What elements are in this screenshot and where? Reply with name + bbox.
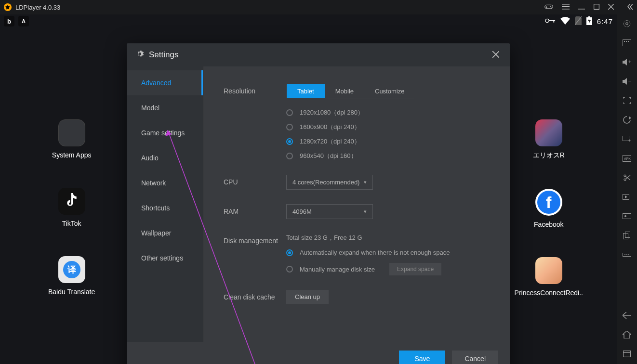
sidebar-item-label: Advanced — [141, 79, 171, 87]
resolution-option-960[interactable]: 960x540（dpi 160） — [286, 152, 491, 160]
settings-gear-icon[interactable] — [622, 19, 632, 28]
video-record-icon[interactable] — [622, 193, 632, 201]
svg-text:+: + — [628, 59, 631, 65]
svg-rect-44 — [623, 214, 631, 219]
app-label: PrincessConnectRedi.. — [515, 289, 583, 297]
svg-point-50 — [626, 254, 627, 255]
svg-rect-5 — [562, 4, 570, 5]
wifi-icon — [560, 17, 570, 26]
radio-icon — [286, 124, 293, 130]
window-title: LDPlayer 4.0.33 — [15, 4, 544, 11]
app-label: Baidu Translate — [48, 288, 95, 296]
save-button[interactable]: Save — [399, 351, 445, 364]
app-tiktok[interactable]: TikTok — [58, 188, 85, 227]
sidebar-item-label: Other settings — [141, 254, 183, 262]
gamepad-icon[interactable] — [544, 3, 553, 12]
resolution-option-1600[interactable]: 1600x900（dpi 240） — [286, 123, 491, 131]
vpn-key-icon — [545, 17, 556, 26]
recents-icon[interactable] — [622, 350, 632, 358]
operation-record-icon[interactable] — [622, 212, 632, 221]
app-system-apps[interactable]: System Apps — [52, 119, 92, 159]
svg-point-23 — [624, 20, 630, 27]
app-elios-r[interactable]: エリオスR — [533, 119, 565, 160]
emulator-top-strip: b A 6:47 — [0, 14, 617, 28]
svg-rect-2 — [546, 7, 547, 7]
more-icon[interactable] — [622, 250, 632, 259]
app-baidu-translate[interactable]: 译 Baidu Translate — [48, 256, 95, 296]
ram-label: RAM — [224, 204, 286, 219]
sidebar-item-network[interactable]: Network — [127, 170, 203, 195]
sync-icon[interactable] — [622, 116, 632, 124]
svg-rect-54 — [624, 351, 631, 357]
sidebar-item-game-settings[interactable]: Game settings — [127, 120, 203, 145]
titlebar: LDPlayer 4.0.33 — [0, 0, 637, 14]
tab-tablet[interactable]: Tablet — [287, 84, 325, 98]
ram-select[interactable]: 4096M▾ — [286, 204, 373, 219]
disk-note: Total size 23 G，Free 12 G — [286, 234, 491, 242]
app-princess-connect[interactable]: PrincessConnectRedi.. — [515, 257, 583, 297]
back-icon[interactable] — [622, 311, 632, 320]
svg-rect-8 — [578, 9, 585, 10]
resolution-label: Resolution — [224, 84, 286, 160]
chevron-down-icon: ▾ — [364, 208, 367, 215]
tab-mobile[interactable]: Mobile — [325, 84, 364, 98]
keyboard-lang-icon[interactable]: A — [18, 16, 29, 26]
sidebar-item-advanced[interactable]: Advanced — [127, 70, 203, 95]
svg-text:−: − — [628, 78, 631, 84]
disk-option-manual[interactable]: Manually manage disk sizeExpand space — [286, 263, 491, 275]
clean-cache-label: Clean disk cache — [224, 290, 286, 304]
svg-point-3 — [550, 6, 551, 7]
svg-rect-28 — [628, 41, 629, 42]
modal-title: Settings — [149, 50, 492, 60]
app-label: System Apps — [52, 151, 92, 159]
modal-close-button[interactable] — [492, 50, 499, 60]
svg-rect-26 — [624, 41, 625, 42]
multi-instance-icon[interactable]: + — [622, 135, 632, 143]
sidebar-item-other-settings[interactable]: Other settings — [127, 246, 203, 271]
modal-footer: Save Cancel — [127, 342, 510, 364]
scissors-icon[interactable] — [622, 173, 632, 182]
tab-customize[interactable]: Customize — [364, 84, 415, 98]
copy-icon[interactable] — [622, 231, 632, 240]
expand-space-button[interactable]: Expand space — [389, 263, 441, 275]
sidebar-item-model[interactable]: Model — [127, 95, 203, 120]
sidebar-item-audio[interactable]: Audio — [127, 145, 203, 170]
close-button[interactable] — [608, 3, 614, 11]
resolution-option-1280[interactable]: 1280x720（dpi 240） — [286, 137, 491, 146]
app-label: Facebook — [534, 221, 563, 228]
menu-icon[interactable] — [562, 3, 570, 11]
apk-install-icon[interactable]: APK — [622, 154, 632, 163]
resolution-option-1920[interactable]: 1920x1080（dpi 280） — [286, 108, 491, 117]
keyboard-map-icon[interactable] — [622, 39, 632, 47]
svg-point-45 — [624, 215, 626, 217]
minimize-button[interactable] — [578, 3, 585, 12]
home-icon[interactable] — [622, 330, 632, 339]
disk-label: Disk management — [224, 234, 286, 275]
right-toolbar: + − + APK — [617, 14, 637, 364]
radio-icon — [286, 153, 293, 159]
volume-down-icon[interactable]: − — [622, 77, 632, 86]
collapse-sidebar-icon[interactable] — [627, 3, 633, 11]
svg-text:APK: APK — [624, 157, 631, 160]
sidebar-item-label: Shortcuts — [141, 204, 170, 212]
maximize-button[interactable] — [594, 3, 599, 11]
cancel-button[interactable]: Cancel — [452, 351, 498, 364]
fullscreen-icon[interactable] — [622, 96, 632, 105]
radio-icon — [286, 266, 293, 273]
chevron-down-icon: ▾ — [364, 179, 367, 185]
launcher-icon[interactable]: b — [4, 16, 14, 26]
volume-up-icon[interactable]: + — [622, 58, 632, 66]
settings-sidebar: Advanced Model Game settings Audio Netwo… — [127, 66, 203, 342]
no-sim-icon — [575, 16, 582, 26]
sidebar-item-shortcuts[interactable]: Shortcuts — [127, 195, 203, 221]
svg-marker-29 — [623, 59, 627, 65]
disk-option-auto[interactable]: Automatically expand when there is not e… — [286, 249, 491, 256]
svg-marker-53 — [623, 331, 631, 338]
sidebar-item-wallpaper[interactable]: Wallpaper — [127, 221, 203, 246]
cpu-select[interactable]: 4 cores(Recommended)▾ — [286, 175, 373, 190]
app-facebook[interactable]: f Facebook — [534, 189, 563, 228]
emulator-screen: b A 6:47 System Apps — [0, 14, 617, 364]
app-label: TikTok — [62, 220, 81, 227]
sidebar-item-label: Network — [141, 179, 166, 187]
clean-up-button[interactable]: Clean up — [286, 290, 329, 304]
